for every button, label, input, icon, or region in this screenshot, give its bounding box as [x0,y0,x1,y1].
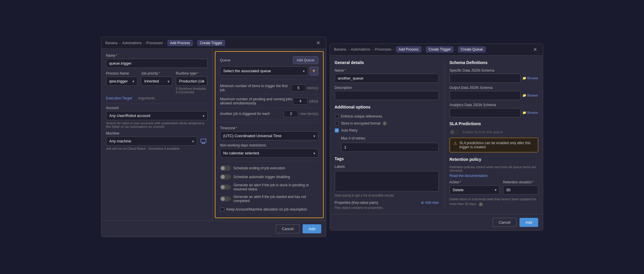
execution-target-link[interactable]: Execution Target [106,96,132,100]
auto-retry-row: Auto Retry [335,127,439,134]
description-input[interactable] [335,91,439,100]
queue-name-label: Name* [335,68,439,73]
non-working-group: Non-working days restrictions No calenda… [220,143,318,158]
r-breadcrumb-banana[interactable]: Banana [334,47,346,51]
max-jobs-row: Maximum number of pending and running jo… [220,95,318,108]
another-job-label: Another job is triggered for each [220,112,270,116]
name-input[interactable] [106,59,208,68]
toggle3-label: Generate an alert if the job is stuck in… [234,183,318,191]
queue-pane: Queue Add Queue Select the associated qu… [215,51,324,218]
toggle2-row: Schedule automatic trigger disabling [220,173,318,181]
timezone-label: Timezone* [220,126,318,130]
add-new-link[interactable]: ⊕ Add new [421,201,439,205]
runtime-type-group: Runtime type* Production (Una 0 Runtimes… [176,71,208,94]
properties-label: Properties (Key-value pairs) [335,201,378,205]
account-select[interactable]: Any User/Robot account [106,111,208,120]
runtime-hint: 0 Runtimes Available, 0 Connected [176,87,208,94]
queue-label: Queue [220,58,231,62]
tags-heading: Tags [335,156,439,161]
sep3: › [165,41,166,45]
left-pane: Name* Process Name qew.trigger Job prior… [101,49,213,220]
queue-select[interactable]: Select the associated queue [220,66,308,75]
breadcrumb-banana[interactable]: Banana [106,41,118,45]
breadcrumb-automations[interactable]: Automations [122,41,142,45]
specific-browse-btn[interactable]: 📁 Browse [522,76,538,80]
keep-allocation-label: Keep Account/Machine allocation on job r… [227,207,307,211]
read-doc-link[interactable]: Read the documentation [450,174,488,178]
r-breadcrumb-automations[interactable]: Automations [351,47,370,51]
general-details-heading: General details [335,60,439,65]
enforce-unique-label: Enforce unique references [341,114,382,118]
analytics-browse-btn[interactable]: 📁 Browse [522,111,538,115]
job-priority-select[interactable]: Inherited [141,77,172,86]
action-group: Action* Delete [450,180,500,194]
non-working-select[interactable]: No calendar selected. [220,149,318,158]
analytics-data-input[interactable] [450,108,521,117]
toggle4-row: Generate an alert if the job started and… [220,193,318,205]
min-items-input[interactable] [291,85,306,92]
another-job-input[interactable] [284,110,298,117]
job-priority-label: Job priority* [141,71,172,75]
breadcrumb-processes[interactable]: Processes [146,41,163,45]
right-modal-left-section: General details Name* Description Additi… [335,60,439,209]
queue-name-input[interactable] [335,74,439,83]
process-name-group: Process Name qew.trigger [106,71,138,94]
toggle2-label: Schedule automatic trigger disabling [234,175,290,179]
retention-hint: Delete items in a terminal state that ha… [450,197,538,206]
process-name-select[interactable]: qew.trigger [106,77,138,86]
toggle4-label: Generate an alert if the job started and… [234,195,318,203]
left-add-button[interactable]: Add [303,224,321,233]
breadcrumb-create-trigger: Create Trigger [197,40,225,46]
analytics-data-group: Analytics Data JSON Schema 📁 Browse [450,103,538,117]
toggle3[interactable] [220,185,231,190]
left-cancel-button[interactable]: Cancel [276,224,300,233]
toggle1[interactable] [220,166,231,171]
schema-definitions-section: Schema Definitions Specific Data JSON Sc… [450,60,538,117]
auto-retry-label: Auto Retry [341,128,358,132]
description-group: Description [335,86,439,100]
sla-warning-box: ⚠ SLA predictions can be enabled only af… [450,138,538,152]
auto-retry-checkbox[interactable] [335,128,339,132]
duration-input[interactable] [503,185,538,194]
right-modal-close[interactable]: ✕ [531,46,539,53]
keep-allocation-checkbox[interactable] [220,207,224,211]
action-label: Action* [450,180,500,184]
retention-description: Retention policies control when and how … [450,165,538,172]
output-data-group: Output Data JSON Schema 📁 Browse [450,86,538,100]
runtime-type-select[interactable]: Production (Una [176,77,208,86]
right-modal-body: General details Name* Description Additi… [330,56,543,214]
add-queue-button[interactable]: Add Queue [293,56,318,64]
r-breadcrumb-processes[interactable]: Processes [375,47,391,51]
svg-rect-0 [201,139,206,142]
machine-hint: Job will run on Cloud Robot - Serverless… [106,147,208,150]
additional-options-heading: Additional options [335,105,439,109]
toggle4[interactable] [220,196,231,201]
right-cancel-button[interactable]: Cancel [493,218,517,227]
max-retries-input[interactable] [341,143,439,152]
sla-toggle[interactable] [450,130,460,135]
sla-section: SLA Predictions Enable SLA for this queu… [450,121,538,152]
timezone-select[interactable]: (UTC) Coordinated Universal Time [220,131,318,140]
name-label: Name* [106,54,208,58]
max-jobs-input[interactable] [293,98,308,105]
output-data-input[interactable] [450,91,521,100]
general-details-section: General details Name* Description [335,60,439,100]
right-modal-right-section: Schema Definitions Specific Data JSON Sc… [445,60,538,209]
machine-group: Machine Any machine [106,131,208,150]
output-browse-btn[interactable]: 📁 Browse [522,94,538,97]
machine-select[interactable]: Any machine [106,137,197,146]
specific-data-group: Specific Data JSON Schema 📁 Browse [450,68,538,83]
labels-textarea[interactable] [335,171,439,192]
another-job-row: Another job is triggered for each new it… [220,108,318,120]
encrypt-checkbox[interactable] [335,121,339,125]
queue-add-icon-btn[interactable]: + [310,67,318,75]
duration-label: Retention duration* [503,180,538,184]
action-select[interactable]: Delete [450,185,500,194]
left-modal-close[interactable]: ✕ [315,39,322,46]
specific-data-input[interactable] [450,74,521,83]
right-add-button[interactable]: Add [519,218,538,227]
analytics-data-label: Analytics Data JSON Schema [450,103,538,107]
encrypt-label: Store in encrypted format [341,121,381,125]
enforce-unique-checkbox[interactable] [335,114,339,118]
toggle2[interactable] [220,174,231,180]
